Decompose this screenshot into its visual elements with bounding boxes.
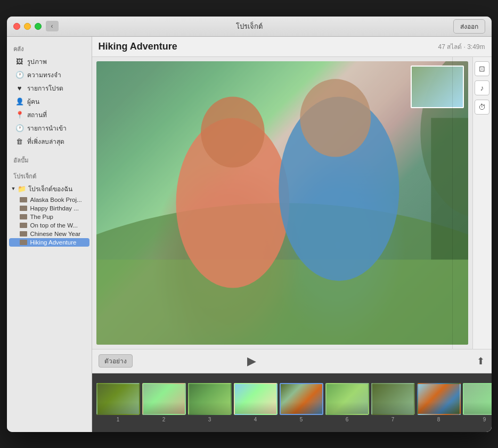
sidebar-item-memories[interactable]: 🕐 ความทรงจำ bbox=[9, 68, 89, 82]
layout-tool-button[interactable]: ⊡ bbox=[475, 61, 489, 76]
filmstrip-slide-9[interactable]: 9 bbox=[463, 383, 492, 422]
minimize-button[interactable] bbox=[24, 23, 31, 30]
svg-point-6 bbox=[201, 96, 265, 167]
tools-panel: ⊡ ♪ ⏱ bbox=[472, 57, 492, 349]
preview-image[interactable] bbox=[96, 61, 468, 345]
play-button[interactable]: ▶ bbox=[243, 353, 260, 370]
project-thumbnail-icon bbox=[20, 231, 27, 237]
sidebar-item-favorites[interactable]: ♥ รายการโปรด bbox=[9, 82, 89, 95]
slide-num-6: 6 bbox=[346, 417, 349, 422]
controls-bar: ตัวอย่าง ▶ ⬆ bbox=[92, 349, 492, 373]
project-thumbnail-icon bbox=[20, 197, 27, 202]
imports-icon: 🕐 bbox=[15, 124, 24, 132]
traffic-lights bbox=[13, 23, 42, 30]
slideshow-header: Hiking Adventure 47 สไลด์ · 3:49m bbox=[92, 37, 492, 57]
slide-num-4: 4 bbox=[254, 417, 257, 422]
project-thumbnail-icon bbox=[20, 214, 27, 219]
back-button[interactable]: ‹ bbox=[46, 21, 59, 31]
music-tool-button[interactable]: ♪ bbox=[475, 80, 489, 95]
filmstrip-slide-3[interactable]: 3 bbox=[188, 383, 232, 422]
sidebar-item-people[interactable]: 👤 ผู้คน bbox=[9, 95, 89, 108]
preview-container: ⊡ ♪ ⏱ bbox=[92, 57, 492, 349]
slide-thumb-6 bbox=[325, 383, 369, 415]
photos-icon: 🖼 bbox=[15, 58, 24, 66]
layout-icon: ⊡ bbox=[479, 64, 485, 73]
trash-icon: 🗑 bbox=[15, 137, 24, 145]
slide-num-5: 5 bbox=[300, 417, 303, 422]
slide-thumb-1 bbox=[96, 383, 140, 415]
filmstrip-slide-5[interactable]: 5 bbox=[280, 383, 323, 422]
play-icon: ▶ bbox=[247, 354, 256, 368]
filmstrip-slide-6[interactable]: 6 bbox=[325, 383, 369, 422]
main-window: ‹ โปรเจ็กต์ ส่งออก คลัง 🖼 รูปภาพ 🕐 ความท… bbox=[7, 17, 492, 432]
content-area: Hiking Adventure 47 สไลด์ · 3:49m bbox=[92, 37, 492, 432]
share-button[interactable]: ⬆ bbox=[477, 355, 485, 367]
close-button[interactable] bbox=[13, 23, 20, 30]
sidebar-item-places[interactable]: 📍 สถานที่ bbox=[9, 108, 89, 121]
maximize-button[interactable] bbox=[35, 23, 42, 30]
slideshow-meta: 47 สไลด์ · 3:49m bbox=[438, 42, 485, 52]
separator-line bbox=[452, 57, 453, 349]
slide-thumb-2 bbox=[142, 383, 186, 415]
sidebar-project-the-pup[interactable]: The Pup bbox=[9, 213, 89, 221]
my-projects-folder[interactable]: ▼ 📁 โปรเจ็กต์ของฉัน bbox=[7, 182, 92, 196]
slideshow-title: Hiking Adventure bbox=[99, 41, 177, 52]
library-section-label: คลัง bbox=[7, 41, 92, 55]
project-thumbnail-icon bbox=[20, 240, 27, 245]
slide-num-7: 7 bbox=[391, 417, 395, 422]
slide-num-3: 3 bbox=[208, 417, 211, 422]
export-button[interactable]: ส่งออก bbox=[453, 19, 485, 34]
slide-thumb-3 bbox=[188, 383, 232, 415]
places-icon: 📍 bbox=[15, 111, 24, 119]
filmstrip-slide-1[interactable]: 1 bbox=[96, 383, 140, 422]
music-icon: ♪ bbox=[480, 84, 484, 92]
filmstrip: 1 2 3 4 5 bbox=[92, 373, 492, 432]
sidebar-project-chinese-new-year[interactable]: Chinese New Year bbox=[9, 230, 89, 238]
slide-thumb-5 bbox=[280, 383, 323, 415]
window-title: โปรเจ็กต์ bbox=[236, 21, 263, 32]
sidebar-project-on-top[interactable]: On top of the W... bbox=[9, 221, 89, 230]
project-thumbnail-icon bbox=[20, 223, 27, 228]
slide-num-8: 8 bbox=[437, 417, 440, 422]
sidebar-item-imports[interactable]: 🕐 รายการนำเข้า bbox=[9, 121, 89, 135]
main-layout: คลัง 🖼 รูปภาพ 🕐 ความทรงจำ ♥ รายการโปรด 👤… bbox=[7, 37, 492, 432]
folder-icon: 📁 bbox=[18, 185, 26, 193]
slide-num-1: 1 bbox=[117, 417, 120, 422]
filmstrip-slide-4[interactable]: 4 bbox=[234, 383, 277, 422]
preview-button[interactable]: ตัวอย่าง bbox=[99, 354, 133, 368]
slide-num-2: 2 bbox=[162, 417, 166, 422]
timer-icon: ⏱ bbox=[478, 103, 486, 111]
slide-thumb-4 bbox=[234, 383, 277, 415]
share-icon: ⬆ bbox=[477, 356, 485, 366]
people-icon: 👤 bbox=[15, 97, 24, 105]
slide-thumb-7 bbox=[371, 383, 415, 415]
titlebar: ‹ โปรเจ็กต์ ส่งออก bbox=[7, 17, 492, 37]
sidebar-project-alaska[interactable]: Alaska Book Proj... bbox=[9, 196, 89, 204]
sidebar-item-recently-deleted[interactable]: 🗑 ที่เพิ่งลบล่าสุด bbox=[9, 135, 89, 148]
sidebar: คลัง 🖼 รูปภาพ 🕐 ความทรงจำ ♥ รายการโปรด 👤… bbox=[7, 37, 92, 432]
sidebar-project-hiking-adventure[interactable]: Hiking Adventure bbox=[9, 238, 89, 247]
preview-main bbox=[92, 57, 472, 349]
filmstrip-slide-8[interactable]: 8 bbox=[417, 383, 461, 422]
filmstrip-slide-2[interactable]: 2 bbox=[142, 383, 186, 422]
folder-arrow-icon: ▼ bbox=[11, 186, 16, 191]
albums-section-label: อัลบั้ม bbox=[7, 152, 92, 166]
mini-preview[interactable] bbox=[411, 66, 464, 108]
slide-thumb-8 bbox=[417, 383, 461, 415]
project-thumbnail-icon bbox=[20, 206, 27, 211]
svg-rect-4 bbox=[96, 259, 468, 345]
projects-section-label: โปรเจ็กต์ bbox=[7, 168, 92, 182]
slide-thumb-9 bbox=[463, 383, 492, 415]
favorites-icon: ♥ bbox=[15, 84, 24, 92]
slide-num-9: 9 bbox=[483, 417, 486, 422]
svg-point-8 bbox=[300, 79, 371, 157]
timer-tool-button[interactable]: ⏱ bbox=[475, 100, 489, 115]
filmstrip-slide-7[interactable]: 7 bbox=[371, 383, 415, 422]
memories-icon: 🕐 bbox=[15, 71, 24, 79]
sidebar-item-photos[interactable]: 🖼 รูปภาพ bbox=[9, 55, 89, 68]
sidebar-project-happy-birthday[interactable]: Happy Birthday ... bbox=[9, 204, 89, 213]
